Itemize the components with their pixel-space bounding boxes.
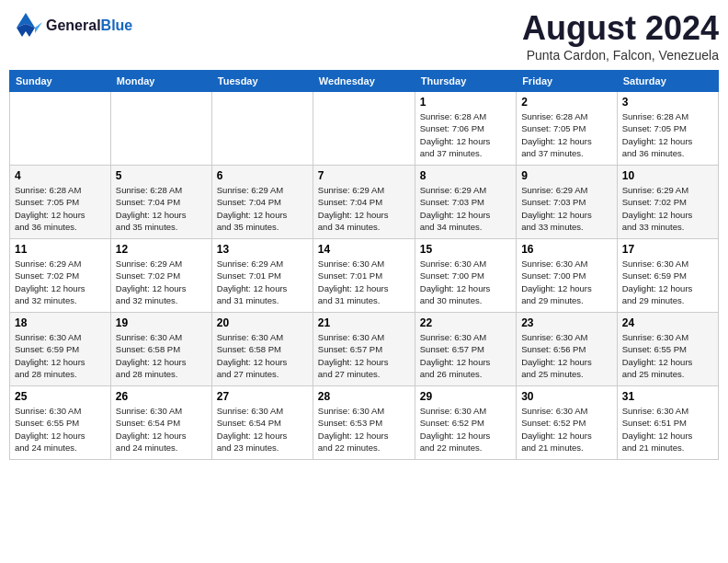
calendar-cell: 31Sunrise: 6:30 AM Sunset: 6:51 PM Dayli… [617, 386, 718, 460]
calendar-cell: 18Sunrise: 6:30 AM Sunset: 6:59 PM Dayli… [10, 313, 111, 386]
calendar-cell [211, 92, 313, 166]
calendar-cell: 22Sunrise: 6:30 AM Sunset: 6:57 PM Dayli… [415, 313, 516, 386]
day-number: 19 [116, 316, 207, 329]
calendar-cell: 15Sunrise: 6:30 AM Sunset: 7:00 PM Dayli… [415, 239, 516, 313]
day-header-wednesday: Wednesday [313, 71, 415, 92]
day-info: Sunrise: 6:29 AM Sunset: 7:04 PM Dayligh… [318, 184, 410, 233]
calendar-cell [10, 92, 111, 166]
day-info: Sunrise: 6:30 AM Sunset: 6:57 PM Dayligh… [318, 331, 410, 380]
calendar-week-2: 4Sunrise: 6:28 AM Sunset: 7:05 PM Daylig… [10, 166, 719, 239]
day-info: Sunrise: 6:30 AM Sunset: 6:58 PM Dayligh… [217, 331, 308, 380]
day-number: 11 [15, 243, 106, 256]
day-info: Sunrise: 6:30 AM Sunset: 6:59 PM Dayligh… [15, 331, 106, 380]
day-number: 23 [521, 316, 612, 329]
day-number: 6 [217, 169, 308, 182]
day-number: 30 [521, 390, 612, 403]
day-info: Sunrise: 6:28 AM Sunset: 7:05 PM Dayligh… [521, 110, 612, 159]
day-info: Sunrise: 6:30 AM Sunset: 6:58 PM Dayligh… [116, 331, 207, 380]
day-number: 16 [521, 243, 612, 256]
day-header-friday: Friday [517, 71, 618, 92]
day-number: 28 [318, 390, 410, 403]
calendar-cell: 6Sunrise: 6:29 AM Sunset: 7:04 PM Daylig… [211, 166, 313, 239]
day-info: Sunrise: 6:30 AM Sunset: 6:59 PM Dayligh… [622, 258, 713, 306]
calendar-cell: 28Sunrise: 6:30 AM Sunset: 6:53 PM Dayli… [313, 386, 415, 460]
day-info: Sunrise: 6:28 AM Sunset: 7:05 PM Dayligh… [622, 110, 713, 159]
day-number: 27 [217, 390, 308, 403]
day-number: 3 [622, 96, 713, 109]
day-header-tuesday: Tuesday [211, 71, 313, 92]
day-header-thursday: Thursday [415, 71, 516, 92]
day-info: Sunrise: 6:29 AM Sunset: 7:02 PM Dayligh… [15, 258, 106, 306]
calendar-cell: 27Sunrise: 6:30 AM Sunset: 6:54 PM Dayli… [211, 386, 313, 460]
day-info: Sunrise: 6:30 AM Sunset: 7:01 PM Dayligh… [318, 258, 410, 306]
calendar-week-1: 1Sunrise: 6:28 AM Sunset: 7:06 PM Daylig… [10, 92, 719, 166]
day-number: 22 [420, 316, 511, 329]
day-number: 8 [420, 169, 511, 182]
calendar-cell: 25Sunrise: 6:30 AM Sunset: 6:55 PM Dayli… [10, 386, 111, 460]
day-info: Sunrise: 6:30 AM Sunset: 7:00 PM Dayligh… [521, 258, 612, 306]
calendar-cell: 23Sunrise: 6:30 AM Sunset: 6:56 PM Dayli… [517, 313, 618, 386]
day-header-saturday: Saturday [617, 71, 718, 92]
location: Punta Cardon, Falcon, Venezuela [522, 48, 719, 63]
calendar-week-4: 18Sunrise: 6:30 AM Sunset: 6:59 PM Dayli… [10, 313, 719, 386]
day-info: Sunrise: 6:30 AM Sunset: 6:54 PM Dayligh… [217, 405, 308, 454]
day-number: 15 [420, 243, 511, 256]
calendar-cell: 10Sunrise: 6:29 AM Sunset: 7:02 PM Dayli… [617, 166, 718, 239]
logo-icon [9, 9, 42, 42]
day-info: Sunrise: 6:29 AM Sunset: 7:01 PM Dayligh… [217, 258, 308, 306]
calendar-cell: 20Sunrise: 6:30 AM Sunset: 6:58 PM Dayli… [211, 313, 313, 386]
day-info: Sunrise: 6:30 AM Sunset: 6:57 PM Dayligh… [420, 331, 511, 380]
day-number: 24 [622, 316, 713, 329]
day-info: Sunrise: 6:28 AM Sunset: 7:04 PM Dayligh… [116, 184, 207, 233]
day-info: Sunrise: 6:29 AM Sunset: 7:02 PM Dayligh… [622, 184, 713, 233]
day-info: Sunrise: 6:30 AM Sunset: 6:54 PM Dayligh… [116, 405, 207, 454]
calendar-cell: 5Sunrise: 6:28 AM Sunset: 7:04 PM Daylig… [110, 166, 211, 239]
day-number: 4 [15, 169, 106, 182]
calendar-cell: 30Sunrise: 6:30 AM Sunset: 6:52 PM Dayli… [517, 386, 618, 460]
day-info: Sunrise: 6:28 AM Sunset: 7:06 PM Dayligh… [420, 110, 511, 159]
calendar-cell: 13Sunrise: 6:29 AM Sunset: 7:01 PM Dayli… [211, 239, 313, 313]
day-info: Sunrise: 6:30 AM Sunset: 6:53 PM Dayligh… [318, 405, 410, 454]
day-number: 26 [116, 390, 207, 403]
calendar-cell [313, 92, 415, 166]
svg-marker-2 [35, 22, 42, 33]
day-number: 17 [622, 243, 713, 256]
calendar-cell: 12Sunrise: 6:29 AM Sunset: 7:02 PM Dayli… [110, 239, 211, 313]
day-info: Sunrise: 6:29 AM Sunset: 7:03 PM Dayligh… [521, 184, 612, 233]
calendar-cell: 16Sunrise: 6:30 AM Sunset: 7:00 PM Dayli… [517, 239, 618, 313]
day-info: Sunrise: 6:29 AM Sunset: 7:02 PM Dayligh… [116, 258, 207, 306]
day-number: 29 [420, 390, 511, 403]
day-info: Sunrise: 6:28 AM Sunset: 7:05 PM Dayligh… [15, 184, 106, 233]
month-title: August 2024 [522, 9, 719, 48]
day-header-sunday: Sunday [10, 71, 111, 92]
calendar-cell: 8Sunrise: 6:29 AM Sunset: 7:03 PM Daylig… [415, 166, 516, 239]
day-number: 1 [420, 96, 511, 109]
day-number: 20 [217, 316, 308, 329]
day-info: Sunrise: 6:30 AM Sunset: 6:56 PM Dayligh… [521, 331, 612, 380]
calendar-cell: 26Sunrise: 6:30 AM Sunset: 6:54 PM Dayli… [110, 386, 211, 460]
calendar-cell: 19Sunrise: 6:30 AM Sunset: 6:58 PM Dayli… [110, 313, 211, 386]
title-section: August 2024 Punta Cardon, Falcon, Venezu… [522, 9, 719, 63]
calendar-cell: 21Sunrise: 6:30 AM Sunset: 6:57 PM Dayli… [313, 313, 415, 386]
day-number: 9 [521, 169, 612, 182]
day-number: 10 [622, 169, 713, 182]
day-info: Sunrise: 6:29 AM Sunset: 7:03 PM Dayligh… [420, 184, 511, 233]
day-number: 7 [318, 169, 410, 182]
day-info: Sunrise: 6:30 AM Sunset: 6:55 PM Dayligh… [622, 331, 713, 380]
day-number: 5 [116, 169, 207, 182]
day-number: 12 [116, 243, 207, 256]
calendar-cell: 2Sunrise: 6:28 AM Sunset: 7:05 PM Daylig… [517, 92, 618, 166]
calendar-cell: 29Sunrise: 6:30 AM Sunset: 6:52 PM Dayli… [415, 386, 516, 460]
day-info: Sunrise: 6:30 AM Sunset: 6:51 PM Dayligh… [622, 405, 713, 454]
day-info: Sunrise: 6:29 AM Sunset: 7:04 PM Dayligh… [217, 184, 308, 233]
page-header: GeneralBlue August 2024 Punta Cardon, Fa… [9, 9, 719, 63]
day-info: Sunrise: 6:30 AM Sunset: 7:00 PM Dayligh… [420, 258, 511, 306]
day-number: 31 [622, 390, 713, 403]
calendar-cell: 24Sunrise: 6:30 AM Sunset: 6:55 PM Dayli… [617, 313, 718, 386]
day-number: 2 [521, 96, 612, 109]
calendar-cell: 9Sunrise: 6:29 AM Sunset: 7:03 PM Daylig… [517, 166, 618, 239]
calendar-cell: 7Sunrise: 6:29 AM Sunset: 7:04 PM Daylig… [313, 166, 415, 239]
day-number: 18 [15, 316, 106, 329]
calendar-week-3: 11Sunrise: 6:29 AM Sunset: 7:02 PM Dayli… [10, 239, 719, 313]
calendar-header: SundayMondayTuesdayWednesdayThursdayFrid… [10, 71, 719, 92]
